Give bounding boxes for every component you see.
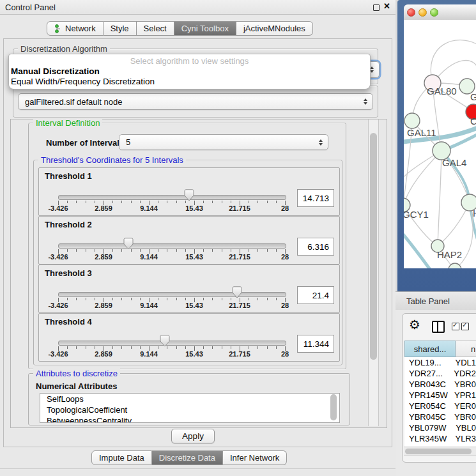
slider-track[interactable] bbox=[58, 292, 286, 297]
slider-tick-label: 15.43 bbox=[185, 302, 203, 309]
slider-thumb[interactable] bbox=[160, 335, 170, 347]
tab-jactivemnodules[interactable]: jActiveMNodules bbox=[236, 21, 313, 36]
slider-track[interactable] bbox=[58, 341, 286, 346]
tab-label: jActiveMNodules bbox=[243, 24, 305, 33]
settings-scrollbar-thumb[interactable] bbox=[370, 133, 377, 360]
table-horizontal-scrollbar[interactable] bbox=[404, 447, 476, 456]
slider-minor-tick bbox=[212, 298, 213, 300]
node-table-rows: YDL19...YDL1YDR27...YDR2YBR043CYBR0YPR14… bbox=[404, 357, 476, 447]
checkbox-icon[interactable] bbox=[452, 323, 459, 330]
slider-tick-label: 15.43 bbox=[185, 350, 203, 358]
slider-minor-tick bbox=[257, 346, 258, 349]
settings-vertical-scrollbar[interactable] bbox=[368, 119, 379, 426]
slider-minor-tick bbox=[67, 346, 68, 349]
numerical-attributes-list[interactable]: SelfLoopsTopologicalCoefficientBetweenne… bbox=[40, 393, 340, 423]
table-row[interactable]: YLR345WYLR3 bbox=[404, 433, 476, 444]
slider-minor-tick bbox=[76, 346, 77, 349]
network-node-gal11[interactable] bbox=[404, 113, 420, 128]
slider-minor-tick bbox=[158, 201, 158, 203]
cell-name: YBR0 bbox=[453, 380, 476, 389]
tab-cyni-toolbox[interactable]: Cyni Toolbox bbox=[174, 21, 236, 36]
threshold-value-field[interactable]: 11.344 bbox=[297, 335, 334, 353]
zoom-traffic-light[interactable] bbox=[430, 8, 438, 17]
network-edge[interactable] bbox=[438, 151, 441, 246]
network-canvas[interactable]: GAL80GACGAL11GAL4GCY1HHAP2 bbox=[404, 20, 476, 268]
panel-title: Control Panel bbox=[5, 3, 56, 12]
tab-select[interactable]: Select bbox=[137, 21, 174, 36]
slider-minor-tick bbox=[267, 249, 268, 252]
slider-minor-tick bbox=[112, 249, 113, 252]
attribute-list-item[interactable]: SelfLoops bbox=[40, 394, 339, 404]
attributes-list-scrollbar-thumb[interactable] bbox=[330, 394, 337, 420]
table-row[interactable]: YPR145WYPR1 bbox=[404, 390, 476, 401]
slider-tick-label: 2.859 bbox=[95, 302, 112, 309]
cell-name: YBR0 bbox=[453, 412, 476, 422]
gear-icon[interactable]: ⚙ bbox=[409, 317, 420, 332]
column-header-shared-name[interactable]: shared... bbox=[404, 341, 456, 357]
slider-minor-tick bbox=[231, 249, 231, 252]
threshold-label: Threshold 2 bbox=[45, 220, 92, 229]
threshold-value-field[interactable]: 14.713 bbox=[297, 189, 334, 207]
bottom-tab-infer-network[interactable]: Infer Network bbox=[223, 450, 287, 465]
slider-minor-tick bbox=[185, 346, 186, 349]
bottom-tab-discretize-data[interactable]: Discretize Data bbox=[152, 450, 223, 465]
slider-minor-tick bbox=[203, 346, 204, 349]
table-data-combobox[interactable]: galFiltered.sif default node bbox=[18, 93, 373, 110]
tab-style[interactable]: Style bbox=[104, 21, 137, 36]
control-panel-titlebar: Control Panel bbox=[0, 0, 395, 15]
column-header-label: n bbox=[471, 344, 475, 354]
column-header-name[interactable]: n bbox=[456, 341, 476, 357]
close-icon[interactable]: ✕ bbox=[383, 1, 390, 11]
network-window-titlebar[interactable] bbox=[404, 4, 476, 20]
columns-table-icon[interactable] bbox=[432, 321, 445, 333]
slider-track[interactable] bbox=[58, 195, 286, 200]
slider-minor-tick bbox=[212, 249, 213, 252]
slider-minor-tick bbox=[231, 298, 231, 300]
table-row[interactable]: YBR043CYBR0 bbox=[404, 379, 476, 390]
slider-minor-tick bbox=[95, 346, 95, 349]
slider-minor-tick bbox=[231, 201, 231, 203]
attribute-list-item[interactable]: TopologicalCoefficient bbox=[40, 404, 339, 415]
attribute-list-item[interactable]: BetweennessCentrality bbox=[40, 415, 339, 423]
slider-minor-tick bbox=[95, 298, 95, 300]
table-row[interactable]: YDR27...YDR2 bbox=[404, 368, 476, 379]
interval-definition-group-title: Interval Definition bbox=[33, 118, 102, 128]
table-row[interactable]: YER054CYER0 bbox=[404, 401, 476, 411]
threshold-value-field[interactable]: 6.316 bbox=[297, 238, 334, 256]
float-window-icon[interactable] bbox=[373, 4, 380, 11]
slider-thumb[interactable] bbox=[123, 238, 134, 250]
slider-minor-tick bbox=[86, 346, 86, 349]
cell-shared-name: YBL079W bbox=[404, 423, 454, 433]
checkbox-icon[interactable] bbox=[461, 323, 469, 330]
slider-minor-tick bbox=[121, 346, 122, 349]
slider-minor-tick bbox=[267, 201, 268, 203]
checkbox-icons bbox=[452, 323, 469, 330]
slider-minor-tick bbox=[176, 298, 177, 300]
network-node-label: GAL80 bbox=[427, 86, 457, 96]
cyni-bottom-tab-bar: Impute DataDiscretize DataInfer Network bbox=[91, 450, 287, 465]
apply-button[interactable]: Apply bbox=[171, 429, 215, 443]
slider-track[interactable] bbox=[58, 243, 286, 249]
table-row[interactable]: YDL19...YDL1 bbox=[404, 357, 476, 368]
slider-thumb[interactable] bbox=[232, 286, 242, 298]
slider-tick-label: 21.715 bbox=[229, 350, 250, 358]
slider-minor-tick bbox=[222, 346, 222, 349]
minimize-traffic-light[interactable] bbox=[418, 8, 427, 17]
dropdown-option[interactable]: Manual Discretization bbox=[9, 66, 370, 77]
table-row[interactable]: YBL079WYBL0 bbox=[404, 422, 476, 433]
threshold-label: Threshold 3 bbox=[45, 268, 92, 278]
dropdown-option[interactable]: Equal Width/Frequency Discretization bbox=[9, 77, 370, 87]
table-hscrollbar-thumb[interactable] bbox=[405, 449, 472, 454]
cell-name: YER0 bbox=[453, 401, 476, 411]
slider-minor-tick bbox=[176, 201, 177, 203]
threshold-value-field[interactable]: 21.4 bbox=[297, 286, 334, 304]
tab-label: Impute Data bbox=[99, 453, 144, 463]
number-of-intervals-combobox[interactable]: 5 bbox=[119, 134, 328, 150]
tab-network[interactable]: Network bbox=[47, 21, 104, 36]
slider-thumb[interactable] bbox=[184, 189, 194, 201]
network-edge[interactable] bbox=[404, 151, 441, 206]
network-icon bbox=[54, 24, 61, 33]
table-row[interactable]: YBR045CYBR0 bbox=[404, 411, 476, 422]
close-traffic-light[interactable] bbox=[407, 8, 415, 17]
bottom-tab-impute-data[interactable]: Impute Data bbox=[91, 450, 152, 465]
